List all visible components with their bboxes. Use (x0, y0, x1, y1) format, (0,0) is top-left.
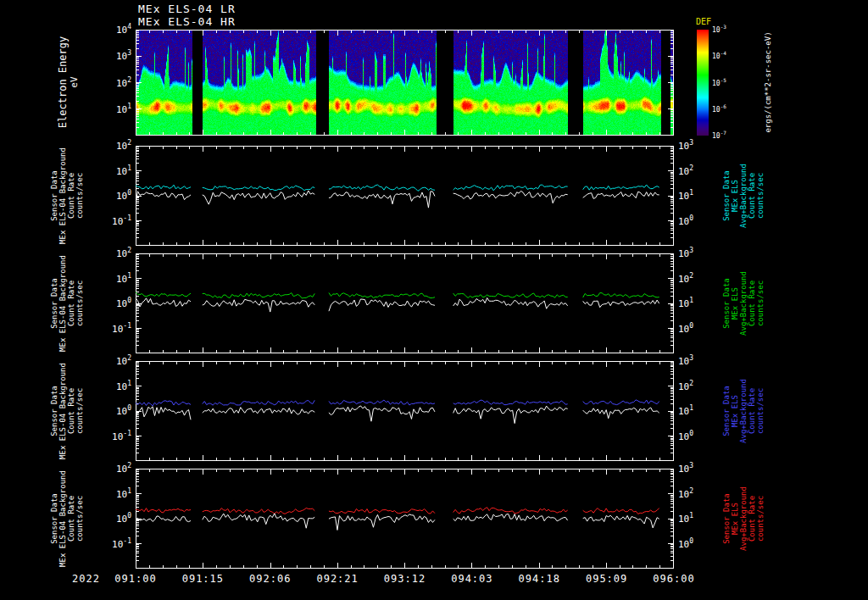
x-tick-label: 093:12 (384, 573, 426, 585)
x-tick-label: 096:00 (653, 573, 694, 585)
panel2-right-axis-label: Sensor Data MEx ELS Avg+Background Count… (722, 253, 756, 353)
panel1-right-line1: Sensor Data (722, 146, 731, 246)
panel2-right-tick-label: 100 (678, 323, 693, 334)
colorbar-tick-label: 10-7 (712, 132, 726, 140)
panel1-right-tick-label: 101 (678, 191, 693, 202)
colorbar-unit-label: ergs/(cm**2-sr-sec-eV) (763, 19, 773, 146)
panel3-right-line3: Count Rate (748, 361, 756, 461)
panel1-right-line3: Count Rate (748, 146, 756, 246)
x-tick-label: 092:06 (249, 573, 291, 585)
panel4-left-line4: counts/sec (75, 469, 84, 569)
panel4-right-tick-label: 103 (678, 464, 693, 475)
panel4-left-line2: MEx ELS-04 Background (58, 469, 67, 569)
panel1-right-axis-label: Sensor Data MEx ELS Avg+Background Count… (722, 146, 756, 246)
panel3-right-line4: counts/sec (756, 361, 765, 461)
panel3-left-line2: MEx ELS-04 Background (58, 361, 67, 461)
panel2-right-tick-label: 101 (678, 298, 693, 309)
panel1-left-line2: MEx ELS-04 Background (58, 146, 67, 246)
count-rate-panel-blue (136, 361, 674, 461)
x-tick-label: 092:21 (316, 573, 358, 585)
panel1-right-line4: counts/sec (756, 146, 765, 246)
panel2-right-line3: Count Rate (748, 253, 756, 353)
panel4-left-line1: Sensor Data (50, 469, 58, 569)
panel3-right-tick-label: 101 (678, 406, 693, 417)
panel3-left-tick-label: 102 (116, 356, 131, 367)
panel2-right-line1: Sensor Data (722, 253, 731, 353)
panel4-right-tick-label: 100 (678, 538, 693, 549)
panel1-left-line4: counts/sec (75, 146, 84, 246)
panel2-left-line2: MEx ELS-04 Background (58, 253, 67, 353)
panel1-right-line2: MEx ELS Avg+Background (731, 146, 748, 246)
panel1-left-axis-label: Sensor Data MEx ELS-04 Background Count … (50, 146, 84, 246)
panel4-right-line2: MEx ELS Avg+Background (731, 469, 748, 569)
x-tick-label: 094:18 (519, 573, 560, 585)
panel4-right-line1: Sensor Data (722, 469, 731, 569)
panel2-left-tick-label: 100 (116, 298, 131, 309)
electron-energy-spectrogram (136, 30, 674, 136)
spectrogram-ytick-label: 102 (116, 77, 131, 88)
panel2-left-line1: Sensor Data (50, 253, 58, 353)
panel2-left-axis-label: Sensor Data MEx ELS-04 Background Count … (50, 253, 84, 353)
panel3-left-axis-label: Sensor Data MEx ELS-04 Background Count … (50, 361, 84, 461)
electron-energy-label: Electron Energy (56, 30, 70, 136)
panel2-left-tick-label: 101 (116, 273, 131, 284)
panel1-right-tick-label: 102 (678, 165, 693, 176)
colorbar-tick-label: 10-3 (712, 26, 726, 34)
panel2-left-tick-label: 102 (116, 248, 131, 259)
spectrogram-ytick-label: 104 (116, 25, 131, 36)
panel3-left-line3: Count Rate (67, 361, 75, 461)
panel2-left-line3: Count Rate (67, 253, 75, 353)
panel3-left-tick-label: 10-1 (112, 431, 131, 442)
panel4-right-tick-label: 101 (678, 514, 693, 525)
panel1-left-tick-label: 101 (116, 165, 131, 176)
x-tick-label: 091:00 (114, 573, 156, 585)
plot-title-lr: MEx ELS-04 LR (138, 3, 236, 15)
panel1-left-tick-label: 102 (116, 141, 131, 152)
spectrogram-ytick-label: 101 (116, 103, 131, 114)
panel4-left-tick-label: 100 (116, 514, 131, 525)
colorbar-tick-label: 10-6 (712, 105, 726, 113)
colorbar-tick-label: 10-5 (712, 79, 726, 86)
panel4-left-axis-label: Sensor Data MEx ELS-04 Background Count … (50, 469, 84, 569)
flux-colorbar (697, 30, 709, 136)
panel3-left-tick-label: 100 (116, 406, 131, 417)
panel3-left-tick-label: 101 (116, 381, 131, 392)
panel3-left-line1: Sensor Data (50, 361, 58, 461)
panel3-right-tick-label: 103 (678, 356, 693, 367)
panel4-left-line3: Count Rate (67, 469, 75, 569)
panel1-left-line1: Sensor Data (50, 146, 58, 246)
plot-title: MEx ELS-04 LR MEx ELS-04 HR (138, 3, 236, 28)
panel4-left-tick-label: 101 (116, 488, 131, 499)
panel4-left-tick-label: 10-1 (112, 538, 131, 549)
panel2-right-line2: MEx ELS Avg+Background (731, 253, 748, 353)
count-rate-panel-cyan (136, 146, 674, 246)
panel3-right-line2: MEx ELS Avg+Background (731, 361, 748, 461)
panel4-right-axis-label: Sensor Data MEx ELS Avg+Background Count… (722, 469, 756, 569)
panel3-right-tick-label: 100 (678, 431, 693, 442)
panel4-right-line4: counts/sec (756, 469, 765, 569)
x-tick-label: 095:09 (586, 573, 627, 585)
panel1-left-line3: Count Rate (67, 146, 75, 246)
els-quicklook-plot: MEx ELS-04 LR MEx ELS-04 HR Electron Ene… (0, 0, 868, 600)
panel2-right-tick-label: 102 (678, 273, 693, 284)
panel1-right-tick-label: 103 (678, 141, 693, 152)
panel1-left-tick-label: 10-1 (112, 215, 131, 226)
panel3-left-line4: counts/sec (75, 361, 84, 461)
panel2-left-line4: counts/sec (75, 253, 84, 353)
colorbar-title: DEF (688, 17, 719, 26)
panel2-right-tick-label: 103 (678, 248, 693, 259)
spectrogram-y-axis-label: Electron Energy eV (56, 30, 81, 136)
x-tick-label: 091:15 (182, 573, 224, 585)
count-rate-panel-green (136, 253, 674, 353)
panel1-left-tick-label: 100 (116, 191, 131, 202)
panel3-right-axis-label: Sensor Data MEx ELS Avg+Background Count… (722, 361, 756, 461)
ev-unit-label: eV (70, 30, 80, 136)
year-label: 2022 (72, 573, 100, 585)
panel2-left-tick-label: 10-1 (112, 323, 131, 334)
panel3-right-line1: Sensor Data (722, 361, 731, 461)
panel3-right-tick-label: 102 (678, 381, 693, 392)
colorbar-tick-label: 10-4 (712, 53, 726, 60)
panel4-right-tick-label: 102 (678, 488, 693, 499)
x-tick-label: 094:03 (451, 573, 492, 585)
panel4-right-line3: Count Rate (748, 469, 756, 569)
